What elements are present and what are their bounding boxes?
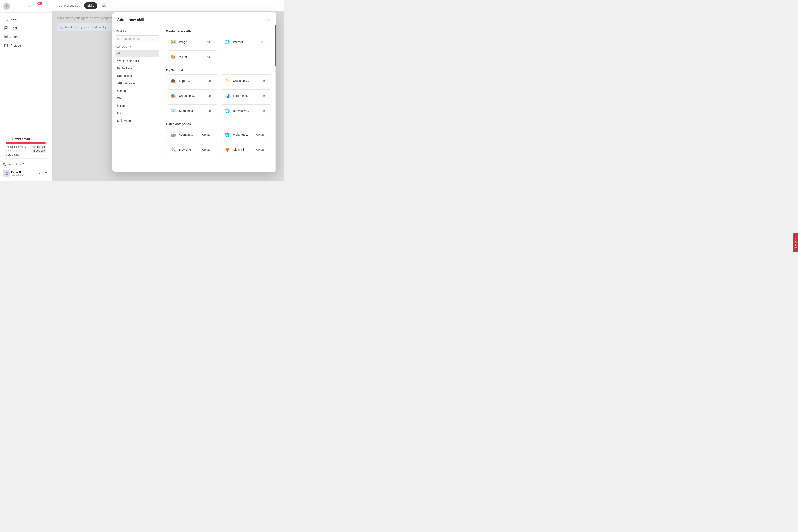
- sidebar-item-chat-label: Chat: [11, 26, 17, 30]
- skill-card-internet[interactable]: 🌐 Internet Add +: [220, 36, 272, 49]
- more-details-link[interactable]: More details →: [6, 153, 46, 156]
- category-item-data[interactable]: Data access: [115, 72, 159, 79]
- skill-card-export-tabl[interactable]: 📊 Export tabl... Add +: [220, 89, 272, 102]
- category-item-workspace[interactable]: Workspace skills: [115, 57, 159, 64]
- skill-export-add-btn[interactable]: Add +: [205, 79, 215, 83]
- tab-skills[interactable]: Skills: [84, 2, 97, 9]
- collapse-icon[interactable]: [43, 3, 49, 9]
- skills-left-panel: 29 skills Category All Workspace skills …: [112, 26, 162, 172]
- skill-agent-as-icon: 🤖: [169, 131, 177, 138]
- skill-export-tabl-name: Export tabl...: [233, 94, 257, 97]
- sidebar-item-agents[interactable]: Agents: [2, 33, 50, 40]
- sidebar-item-projects[interactable]: Projects: [2, 41, 50, 49]
- skill-create-ima2-icon: 🎭: [169, 92, 177, 99]
- org-actions: ▾ ⚙: [36, 170, 49, 176]
- skill-create-ima1-add-btn[interactable]: Add +: [259, 79, 269, 83]
- category-item-file[interactable]: File: [115, 110, 159, 117]
- skill-image-name: Image...: [179, 40, 203, 44]
- need-help-link[interactable]: Need help ?: [3, 161, 49, 167]
- skill-card-agent-as[interactable]: 🤖 Agent as... Create →: [166, 128, 218, 141]
- svg-line-19: [119, 39, 120, 40]
- skill-create-ima2-add-btn[interactable]: Add +: [205, 94, 215, 98]
- category-item-gitlab[interactable]: Gitlab: [115, 102, 159, 109]
- skill-webpage-name: Webpage...: [233, 133, 253, 136]
- sidebar-item-search[interactable]: Search: [2, 15, 50, 23]
- skill-image-add-btn[interactable]: Add +: [205, 40, 215, 44]
- category-item-all[interactable]: All: [115, 50, 159, 57]
- skill-agent-as-create-btn[interactable]: Create →: [201, 132, 215, 137]
- skill-browsing-create-btn[interactable]: Create →: [201, 147, 215, 152]
- current-credit-box: Current credit Remaining credit : 44 583…: [3, 135, 49, 158]
- skills-count: 29 skills: [115, 30, 159, 33]
- skill-export-icon: 📤: [169, 77, 177, 84]
- modal-close-button[interactable]: ×: [266, 17, 271, 23]
- sidebar-item-projects-label: Projects: [11, 44, 22, 47]
- remaining-value: 44 583 239: [31, 145, 46, 149]
- scroll-thumb[interactable]: [275, 26, 277, 66]
- skill-visual-icon: 🎨: [169, 53, 177, 61]
- search-header-icon[interactable]: [27, 3, 34, 9]
- skill-card-send-email[interactable]: 📧 Send email Add +: [166, 104, 218, 117]
- tab-general[interactable]: General settings: [55, 2, 83, 9]
- skill-browsing-icon: 🔍: [169, 146, 177, 153]
- sidebar-item-agents-label: Agents: [11, 35, 20, 38]
- skill-card-image[interactable]: 🖼️ Image... Add +: [166, 36, 218, 49]
- add-skill-modal: Add a new skill × 29 skills Category All…: [112, 13, 277, 172]
- category-item-swiftask[interactable]: By Swiftask: [115, 65, 159, 72]
- skill-create-ima1-name: Create ima...: [233, 79, 257, 82]
- skill-card-create-ima1[interactable]: ✨ Create ima... Add +: [220, 74, 272, 87]
- svg-point-18: [117, 38, 119, 39]
- skill-browse-we-name: Browse we...: [233, 109, 257, 112]
- category-item-api[interactable]: API Integration: [115, 80, 159, 87]
- category-list: All Workspace skills By Swiftask Data ac…: [115, 50, 159, 124]
- skill-send-email-add-btn[interactable]: Add +: [205, 109, 215, 113]
- sidebar-header: 99+: [0, 0, 52, 13]
- category-item-github[interactable]: Github: [115, 87, 159, 94]
- svg-rect-11: [6, 138, 8, 140]
- svg-line-4: [7, 20, 7, 21]
- sidebar: 99+ Search Chat Agents Projects: [0, 0, 52, 181]
- skill-browsing-name: Browsing: [179, 148, 199, 151]
- credit-remaining-row: Remaining credit : 44 583 239: [6, 145, 46, 149]
- skill-card-webpage[interactable]: 🌐 Webpage... Create →: [220, 128, 272, 141]
- category-item-web[interactable]: Web: [115, 95, 159, 102]
- skill-create-ima2-name: Create ima...: [179, 94, 203, 97]
- skill-card-browsing[interactable]: 🔍 Browsing Create →: [166, 143, 218, 156]
- skill-card-export[interactable]: 📤 Export... Add +: [166, 74, 218, 87]
- org-settings-icon[interactable]: ⚙: [43, 170, 49, 176]
- skill-send-email-name: Send email: [179, 109, 203, 112]
- sidebar-item-chat[interactable]: Chat: [2, 24, 50, 32]
- skill-internet-name: Internet: [233, 40, 257, 44]
- org-plan: Team Starter: [11, 174, 35, 176]
- skill-card-create-ima2[interactable]: 🎭 Create ima... Add +: [166, 89, 218, 102]
- skill-internet-icon: 🌐: [223, 38, 231, 46]
- skill-card-visual[interactable]: 🎨 Visual... Add +: [166, 51, 218, 63]
- skill-gitlab-fil-create-btn[interactable]: Create →: [255, 147, 269, 152]
- svg-line-2: [31, 7, 32, 8]
- skill-export-tabl-add-btn[interactable]: Add +: [259, 94, 269, 98]
- skill-visual-add-btn[interactable]: Add +: [205, 55, 215, 59]
- org-chevron-icon[interactable]: ▾: [36, 170, 42, 176]
- tab-wi[interactable]: Wi...: [98, 2, 111, 9]
- credit-title: Current credit: [11, 137, 30, 141]
- sidebar-nav: Search Chat Agents Projects: [0, 13, 52, 52]
- org-info: Futur Corp Team Starter: [11, 171, 35, 176]
- svg-point-6: [5, 36, 6, 36]
- header-icons: 99+: [27, 3, 49, 9]
- skill-card-browse-we[interactable]: 🌐 Browse we... Add +: [220, 104, 272, 117]
- skill-gitlab-fil-icon: 🦊: [223, 146, 231, 153]
- svg-point-3: [5, 18, 7, 20]
- avatar[interactable]: [3, 3, 10, 10]
- org-name: Futur Corp: [11, 171, 35, 174]
- svg-point-1: [30, 5, 31, 7]
- category-item-multiagent[interactable]: Multi Agent: [115, 117, 159, 124]
- skill-card-gitlab-fil[interactable]: 🦊 Gitlab Fil Create →: [220, 143, 272, 156]
- skill-send-email-icon: 📧: [169, 107, 177, 114]
- skill-webpage-create-btn[interactable]: Create →: [255, 132, 269, 137]
- skill-browse-we-icon: 🌐: [223, 107, 231, 114]
- skill-search-input[interactable]: [121, 37, 157, 40]
- sidebar-footer: Current credit Remaining credit : 44 583…: [0, 133, 52, 181]
- skill-browse-we-add-btn[interactable]: Add +: [259, 109, 269, 113]
- remaining-label: Remaining credit :: [6, 145, 26, 149]
- skill-internet-add-btn[interactable]: Add +: [259, 40, 269, 44]
